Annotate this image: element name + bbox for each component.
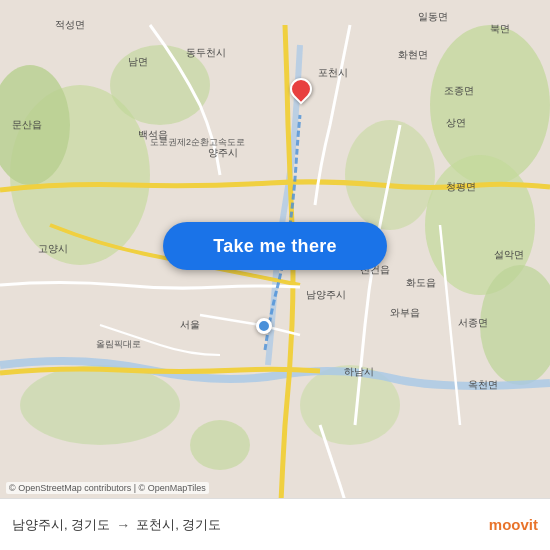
label-dongducheon: 동두천시 [186, 46, 226, 60]
label-highway2: 도로권제2순환고속도로 [150, 136, 245, 149]
label-olympic: 올림픽대로 [96, 338, 141, 351]
label-hwadoeup: 화도읍 [406, 276, 436, 290]
label-cheongpyeong: 청평면 [446, 180, 476, 194]
label-sangyeon: 상연 [446, 116, 466, 130]
label-namyangju: 남양주시 [306, 288, 346, 302]
label-okcheon: 옥천면 [468, 378, 498, 392]
route-arrow: → [116, 517, 130, 533]
label-seojongmyeon: 서종면 [458, 316, 488, 330]
label-seoul: 서울 [180, 318, 200, 332]
bottom-bar: 남양주시, 경기도 → 포천시, 경기도 moovit [0, 498, 550, 550]
current-location-pin [256, 318, 272, 334]
svg-point-10 [190, 420, 250, 470]
svg-point-9 [20, 365, 180, 445]
label-ildongmyeon: 일동면 [418, 10, 448, 24]
moovit-logo: moovit [489, 516, 538, 533]
route-info: 남양주시, 경기도 → 포천시, 경기도 [12, 516, 221, 534]
label-nammyeon: 남면 [128, 55, 148, 69]
route-destination: 포천시, 경기도 [136, 516, 221, 534]
label-bukmyeon: 북면 [490, 22, 510, 36]
take-me-there-button[interactable]: Take me there [163, 222, 387, 270]
label-wabueup: 와부읍 [390, 306, 420, 320]
label-hwahyeonmyeon: 화현면 [398, 48, 428, 62]
label-pocheon: 포천시 [318, 66, 348, 80]
label-munsaneup: 문산읍 [12, 118, 42, 132]
label-jeokseongmyeon: 적성면 [55, 18, 85, 32]
map-container: 적성면 일동면 북면 남면 동두천시 포천시 화현면 조종면 문산읍 백석읍 양… [0, 0, 550, 550]
label-jojongmyeon: 조종면 [444, 84, 474, 98]
label-goyang: 고양시 [38, 242, 68, 256]
label-seorakmyeon: 설악면 [494, 248, 524, 262]
moovit-brand-text: moovit [489, 516, 538, 533]
copyright-text: © OpenStreetMap contributors | © OpenMap… [6, 482, 209, 494]
route-origin: 남양주시, 경기도 [12, 516, 110, 534]
label-hanam: 하남시 [344, 365, 374, 379]
